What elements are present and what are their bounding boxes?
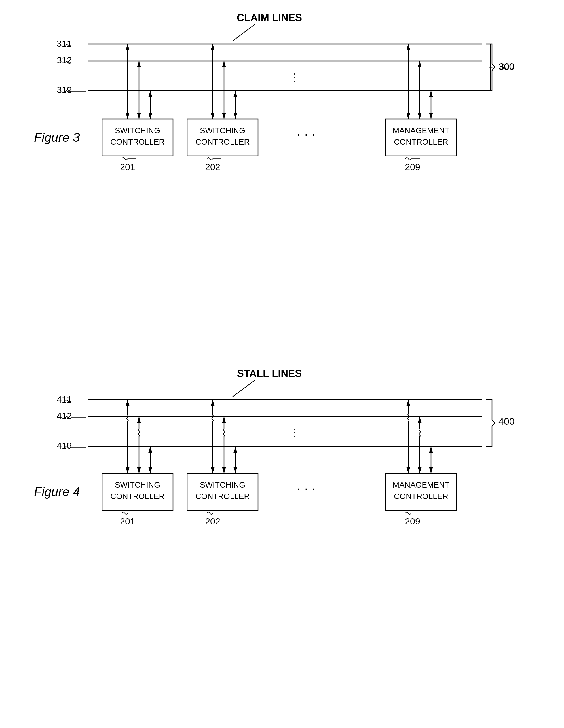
svg-marker-17 [137, 113, 141, 119]
svg-marker-25 [211, 113, 215, 119]
svg-marker-20 [148, 113, 152, 119]
fig4-ctrl202-line1: SWITCHING [200, 481, 245, 489]
fig3-line311-label: 311 [57, 39, 72, 49]
fig3-ctrl209-line2: CONTROLLER [394, 137, 448, 146]
svg-marker-31 [233, 113, 237, 119]
svg-marker-27 [222, 61, 226, 67]
fig4-dots-vertical: ⋮ [290, 427, 300, 438]
fig4-title: STALL LINES [237, 368, 302, 379]
svg-marker-58 [137, 417, 141, 423]
svg-marker-75 [233, 467, 237, 473]
svg-marker-85 [418, 467, 422, 473]
svg-marker-14 [126, 113, 130, 119]
svg-marker-59 [137, 467, 141, 473]
fig4-400-text: 400 [498, 416, 515, 427]
svg-marker-24 [211, 44, 215, 50]
svg-marker-68 [211, 467, 215, 473]
diagram-container: CLAIM LINES 311 312 319 300 300 [0, 0, 564, 728]
svg-marker-54 [126, 400, 130, 406]
fig4-line411-label: 411 [57, 394, 72, 405]
svg-marker-62 [148, 467, 152, 473]
svg-marker-38 [418, 61, 422, 67]
svg-marker-39 [418, 113, 422, 119]
svg-line-0 [233, 24, 255, 41]
svg-marker-84 [418, 417, 422, 423]
svg-marker-41 [429, 91, 433, 97]
svg-marker-87 [429, 446, 433, 453]
fig3-ctrl202-line1: SWITCHING [200, 126, 245, 135]
svg-marker-28 [222, 113, 226, 119]
fig3-hdots: · · · [297, 127, 316, 142]
fig4-ctrl201-line1: SWITCHING [115, 481, 160, 489]
fig4-ctrl209-line2: CONTROLLER [394, 492, 448, 501]
fig3-line319-label: 319 [57, 85, 72, 95]
fig3-ctrl209-line1: MANAGEMENT [393, 126, 450, 135]
fig4-ctrl209-line1: MANAGEMENT [393, 481, 450, 489]
fig3-300-text: 300 [498, 61, 515, 72]
svg-marker-72 [222, 467, 226, 473]
fig4-label202: 202 [205, 516, 220, 526]
svg-marker-81 [406, 467, 410, 473]
fig3-title: CLAIM LINES [237, 12, 302, 24]
fig3-ctrl201-line2: CONTROLLER [110, 137, 164, 146]
fig4-label201: 201 [120, 516, 135, 526]
svg-marker-19 [148, 91, 152, 97]
fig3-label209: 209 [405, 162, 420, 172]
svg-marker-74 [233, 446, 237, 453]
svg-marker-88 [429, 467, 433, 473]
figure4-label: Figure 4 [34, 485, 80, 499]
fig4-line412-label: 412 [57, 411, 72, 421]
svg-marker-71 [222, 417, 226, 423]
svg-marker-42 [429, 113, 433, 119]
fig4-label209: 209 [405, 516, 420, 526]
fig4-ctrl201-line2: CONTROLLER [110, 492, 164, 501]
svg-marker-16 [137, 61, 141, 67]
fig3-ctrl202-line2: CONTROLLER [195, 137, 250, 146]
svg-marker-67 [211, 400, 215, 406]
svg-marker-36 [406, 113, 410, 119]
fig3-dots-vertical: ⋮ [290, 71, 300, 83]
svg-marker-61 [148, 446, 152, 453]
fig4-ctrl202-line2: CONTROLLER [195, 492, 250, 501]
figure3-label: Figure 3 [34, 130, 80, 144]
svg-line-45 [233, 380, 255, 397]
svg-marker-13 [126, 44, 130, 50]
svg-marker-30 [233, 91, 237, 97]
fig3-ctrl201-line1: SWITCHING [115, 126, 160, 135]
fig3-label202: 202 [205, 162, 220, 172]
svg-marker-80 [406, 400, 410, 406]
fig3-label201: 201 [120, 162, 135, 172]
svg-marker-35 [406, 44, 410, 50]
svg-marker-55 [126, 467, 130, 473]
fig4-line419-label: 419 [57, 441, 72, 451]
fig4-hdots: · · · [297, 481, 316, 496]
